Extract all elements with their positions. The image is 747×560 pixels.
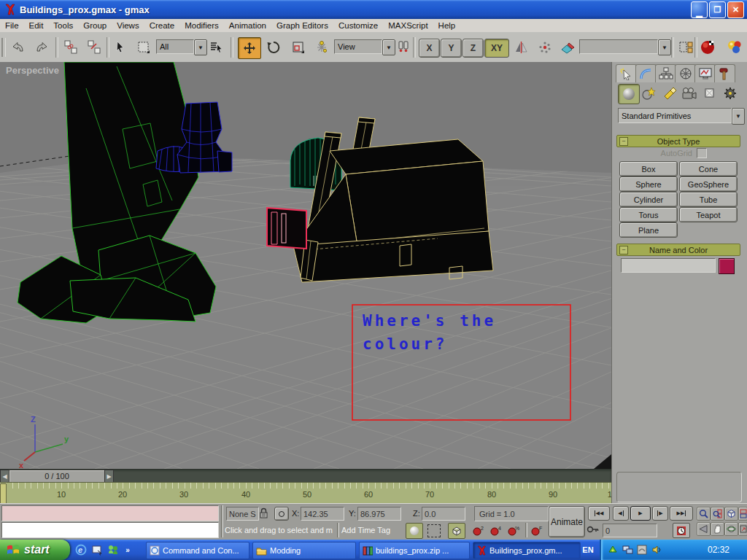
teapot-button[interactable]: Teapot (679, 207, 738, 222)
maxscript-listener-field[interactable] (1, 505, 219, 521)
menu-maxscript[interactable]: MAXScript (383, 20, 433, 31)
x-coordinate-field[interactable]: 142.35 (301, 507, 344, 521)
menu-views[interactable]: Views (112, 20, 144, 31)
category-lights[interactable] (659, 84, 679, 103)
move-icon[interactable] (238, 37, 261, 59)
category-shapes[interactable] (638, 84, 659, 103)
name-and-color-rollout[interactable]: – Name and Color (616, 244, 740, 256)
snap-cube-icon[interactable] (448, 523, 465, 539)
wireframe-model-selected-red[interactable] (267, 208, 306, 249)
named-selection-dropdown[interactable]: ▼ (579, 39, 671, 55)
z-coordinate-field[interactable]: 0.0 (422, 507, 465, 521)
menu-create[interactable]: Create (144, 20, 180, 31)
rect-selection-icon[interactable] (134, 38, 153, 57)
min-max-toggle-icon[interactable] (738, 522, 747, 536)
zoom-icon[interactable] (697, 507, 711, 521)
tab-motion[interactable] (675, 64, 696, 82)
maxscript-input-field[interactable] (1, 522, 219, 538)
menu-file[interactable]: File (0, 20, 24, 31)
zoom-extents-all-icon[interactable] (738, 507, 747, 521)
current-frame-field[interactable]: 0 (603, 524, 657, 537)
axis-x-button[interactable]: X (419, 39, 440, 58)
select-by-name-icon[interactable] (207, 38, 226, 57)
time-slider-button[interactable]: 0 / 100 (9, 470, 105, 483)
go-to-end-button[interactable]: ▶▶ (670, 506, 693, 521)
collapse-icon[interactable]: – (619, 137, 628, 146)
menu-customize[interactable]: Customize (333, 20, 383, 31)
sphere-button[interactable]: Sphere (619, 176, 678, 192)
task-zip-archive[interactable]: buildings_prox.zip ... (359, 542, 470, 559)
tray-icon-1[interactable] (607, 544, 619, 556)
axis-y-button[interactable]: Y (441, 39, 462, 58)
ie-icon[interactable]: e (74, 543, 88, 556)
key-filter-icon-2[interactable]: 4 (489, 524, 503, 537)
chevron-right-icon[interactable]: » (121, 543, 134, 556)
category-systems[interactable] (720, 84, 740, 103)
undo-icon[interactable] (9, 38, 28, 57)
frame-indicator[interactable] (0, 483, 7, 504)
chevron-down-icon[interactable]: ▼ (732, 108, 745, 125)
plane-button[interactable]: Plane (619, 222, 678, 238)
zoom-all-icon[interactable] (711, 507, 724, 521)
degradation-override-icon[interactable] (406, 523, 423, 539)
menu-animation[interactable]: Animation (224, 20, 271, 31)
select-and-link-icon[interactable] (61, 38, 80, 57)
tab-create[interactable] (616, 64, 637, 82)
menu-edit[interactable]: Edit (24, 20, 49, 31)
time-slider-right-arrow[interactable]: ▶ (104, 470, 114, 483)
array-icon[interactable] (535, 38, 554, 57)
cylinder-button[interactable]: Cylinder (619, 192, 678, 207)
mirror-icon[interactable] (512, 38, 531, 57)
snap-toggle-icon[interactable] (312, 38, 331, 57)
object-type-rollout[interactable]: – Object Type (616, 135, 740, 147)
language-indicator[interactable]: EN (578, 543, 597, 556)
tray-icon-2[interactable] (622, 544, 633, 556)
task-gmax-active[interactable]: Buildings_prox.gm... (473, 542, 581, 559)
absolute-mode-icon[interactable] (274, 507, 289, 521)
arc-rotate-icon[interactable] (724, 522, 738, 536)
task-command-and-conquer[interactable]: Command and Con... (146, 542, 249, 559)
object-color-swatch[interactable] (719, 258, 735, 274)
task-modding-folder[interactable]: Modding (252, 542, 356, 559)
add-time-tag[interactable]: Add Time Tag (341, 526, 390, 534)
tube-button[interactable]: Tube (679, 192, 738, 207)
time-configuration-icon[interactable] (673, 523, 690, 538)
cone-button[interactable]: Cone (679, 161, 738, 176)
key-mode-icon[interactable] (587, 524, 600, 538)
unlink-icon[interactable] (85, 38, 104, 57)
menu-group[interactable]: Group (78, 20, 112, 31)
menu-tools[interactable]: Tools (48, 20, 78, 31)
torus-button[interactable]: Torus (619, 207, 678, 222)
rotate-icon[interactable] (264, 38, 283, 57)
tab-hierarchy[interactable] (655, 64, 676, 82)
toolbar-handle[interactable] (1, 38, 6, 57)
scale-icon[interactable] (289, 38, 308, 57)
tray-icon-3[interactable] (636, 544, 648, 556)
tab-utilities[interactable] (714, 64, 735, 82)
menu-modifiers[interactable]: Modifiers (179, 20, 224, 31)
material-editor-icon[interactable] (699, 38, 718, 57)
messenger-icon[interactable] (107, 543, 120, 556)
object-name-field[interactable] (621, 258, 716, 273)
animate-button[interactable]: Animate (549, 506, 585, 537)
selection-lock-icon[interactable] (258, 507, 269, 522)
close-button[interactable]: ✕ (727, 1, 744, 18)
key-filter-icon-4[interactable]: F (530, 524, 544, 537)
redo-icon[interactable] (32, 38, 51, 57)
selection-filter-dropdown[interactable]: All ▼ (156, 39, 207, 55)
menu-help[interactable]: Help (433, 20, 461, 31)
geosphere-button[interactable]: GeoSphere (679, 176, 738, 192)
tab-modify[interactable] (635, 64, 657, 82)
pan-hand-icon[interactable] (711, 522, 724, 536)
tray-icon-4[interactable] (651, 544, 662, 556)
align-icon[interactable] (559, 38, 578, 57)
previous-frame-button[interactable]: ◀ (613, 506, 629, 521)
material-navigator-icon[interactable] (725, 38, 744, 57)
y-coordinate-field[interactable]: 86.975 (357, 507, 401, 521)
play-button[interactable]: ▶ (630, 506, 651, 521)
track-bar[interactable]: 10 20 30 40 50 60 70 80 90 100 (0, 482, 611, 504)
chevron-down-icon[interactable]: ▼ (658, 39, 671, 55)
category-cameras[interactable] (679, 84, 700, 103)
clock[interactable]: 02:32 (694, 540, 743, 560)
collapse-icon[interactable]: – (619, 246, 628, 254)
